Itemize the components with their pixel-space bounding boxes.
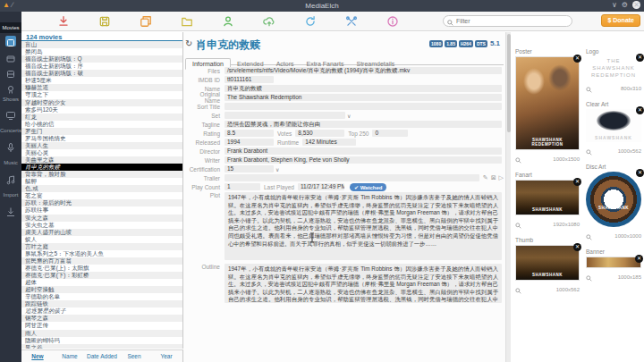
- name-input[interactable]: 肖申克的救赎: [225, 85, 502, 92]
- list-item[interactable]: 风之谷: [21, 344, 182, 349]
- list-item[interactable]: 索多玛120天: [21, 106, 182, 114]
- set-select[interactable]: [225, 112, 345, 119]
- play-trailer-icon[interactable]: ▷: [499, 174, 504, 181]
- imdb-input[interactable]: tt0111161: [225, 76, 274, 83]
- sort-tab-year[interactable]: Year: [150, 350, 182, 362]
- sidebar-item-shows[interactable]: Shows: [0, 97, 21, 102]
- filter-input[interactable]: [456, 18, 568, 24]
- tagline-input[interactable]: 恐惧会囚禁灵魂，而希望能让你自由: [225, 121, 502, 128]
- list-item[interactable]: 赛德克·巴莱(下)：彩虹桥: [21, 272, 182, 279]
- discart-image[interactable]: ✕SHAWSHANK: [586, 172, 641, 227]
- microphone-icon[interactable]: [5, 140, 16, 151]
- plot-textarea[interactable]: 1947年，小有成就的青年银行家安迪（蒂姆·罗宾斯 Tim Robbins 饰）…: [225, 192, 502, 260]
- list-item[interactable]: 赛德克·巴莱(上)：太阳旗: [21, 265, 182, 272]
- zoom-image-icon[interactable]: [586, 269, 592, 285]
- zoom-image-icon[interactable]: [515, 151, 521, 167]
- list-item[interactable]: 福音战士新剧场版：Q: [21, 55, 182, 63]
- tv-icon[interactable]: [5, 108, 16, 119]
- votes-input[interactable]: 8,530: [295, 130, 344, 137]
- list-item[interactable]: 隐匿的蝴特玛: [21, 337, 182, 344]
- remove-trailer-icon[interactable]: ⊠: [491, 174, 496, 181]
- list-item[interactable]: 穹顶之下: [21, 91, 182, 98]
- list-item[interactable]: 追逐繁星的孩子: [21, 307, 182, 315]
- thumb-image[interactable]: ✕SHAWSHANK: [515, 245, 580, 281]
- remove-image-icon[interactable]: ✕: [636, 106, 644, 114]
- refresh-icon[interactable]: [304, 15, 317, 28]
- list-item[interactable]: 穆赫兰道: [21, 84, 182, 91]
- list-item[interactable]: 罗马帝国艳情史: [21, 135, 182, 142]
- poster-image[interactable]: ✕SHAWSHANK REDEMPTION: [515, 56, 580, 150]
- clearart-image[interactable]: ✕SHAWSHANK: [586, 109, 641, 142]
- sidebar-item-music[interactable]: Music: [0, 160, 21, 165]
- remove-image-icon[interactable]: ✕: [635, 255, 643, 263]
- about-icon[interactable]: [386, 15, 399, 28]
- reload-icon[interactable]: [57, 15, 70, 28]
- sort-tab-date-added[interactable]: Date Added: [86, 350, 118, 362]
- logo-image[interactable]: ✕THE SHAWSHANK REDEMPTION: [586, 56, 641, 80]
- edit-trailer-icon[interactable]: ✎: [483, 174, 488, 181]
- remove-image-icon[interactable]: ✕: [573, 55, 581, 63]
- director-input[interactable]: Frank Darabont: [225, 147, 502, 155]
- rename-icon[interactable]: [222, 15, 234, 28]
- zoom-image-icon[interactable]: [586, 80, 592, 97]
- close-icon[interactable]: ✕: [632, 1, 640, 9]
- list-item[interactable]: 蚁人: [21, 236, 182, 243]
- donate-button[interactable]: $ Donate: [601, 14, 640, 27]
- movie-sets-icon[interactable]: [5, 52, 16, 63]
- zoom-image-icon[interactable]: [586, 143, 592, 159]
- list-item[interactable]: 禁闭岛: [21, 48, 182, 55]
- movies-icon[interactable]: [5, 36, 16, 46]
- sidebar-item-movies[interactable]: Movies: [0, 22, 21, 33]
- list-item[interactable]: 阿甘正传: [21, 322, 182, 329]
- list-item[interactable]: 福音战士新剧场版：序: [21, 63, 182, 70]
- sort-title-input[interactable]: [225, 103, 502, 110]
- sort-tab-seen[interactable]: Seen: [118, 350, 150, 362]
- list-item[interactable]: 美曲里之森: [21, 156, 182, 164]
- remove-image-icon[interactable]: ✕: [573, 243, 581, 251]
- settings-icon[interactable]: [345, 15, 358, 28]
- list-item[interactable]: 钢琴之森: [21, 315, 182, 322]
- banner-image[interactable]: ✕: [586, 257, 641, 268]
- zoom-image-icon[interactable]: [515, 216, 521, 232]
- outline-textarea[interactable]: 1947年，小有成就的青年银行家安迪（蒂姆·罗宾斯 Tim Robbins 饰）…: [225, 264, 502, 303]
- released-input[interactable]: 1994: [225, 139, 274, 146]
- remove-image-icon[interactable]: ✕: [573, 178, 581, 186]
- refresh-movie-icon[interactable]: ↻: [185, 38, 192, 48]
- rating-input[interactable]: 8.5: [225, 130, 274, 137]
- list-item[interactable]: 福音战士新剧场版：破: [21, 70, 182, 77]
- list-item[interactable]: 秒速5厘米: [21, 77, 182, 84]
- list-item[interactable]: 肖申克的救赎: [21, 164, 182, 171]
- import-icon[interactable]: [5, 205, 16, 215]
- genres-icon[interactable]: [5, 67, 16, 78]
- list-item[interactable]: 超时空接触: [21, 286, 182, 293]
- list-item[interactable]: 穿越时空的少女: [21, 99, 182, 106]
- remove-image-icon[interactable]: ✕: [636, 169, 644, 177]
- save-all-icon[interactable]: [140, 15, 152, 28]
- list-item[interactable]: 豚鼠系列之5：下水道的美人鱼: [21, 250, 182, 257]
- list-item[interactable]: 超体: [21, 279, 182, 286]
- remove-image-icon[interactable]: ✕: [636, 54, 644, 62]
- sidebar-item-concerts[interactable]: Concerts: [0, 128, 21, 133]
- list-item[interactable]: 虞美人盛开的山坡: [21, 229, 182, 236]
- list-item[interactable]: 萤火之森: [21, 215, 182, 222]
- trailer-input[interactable]: [225, 174, 479, 181]
- certification-select[interactable]: 15: [225, 165, 274, 173]
- writer-input[interactable]: Frank Darabont, Stephen King, Pete von S…: [225, 156, 502, 164]
- music-note-icon[interactable]: [5, 173, 16, 183]
- list-item[interactable]: 背靠背，脸对脸: [21, 171, 182, 178]
- sidebar-item-import[interactable]: Import: [0, 192, 21, 198]
- list-item[interactable]: 红龙: [21, 114, 182, 121]
- list-item[interactable]: 言叶之庭: [21, 243, 182, 250]
- cloud-upload-icon[interactable]: [263, 15, 275, 28]
- fanart-image[interactable]: ✕SHAWSHANK: [515, 180, 580, 215]
- top250-input[interactable]: 0: [372, 130, 408, 137]
- list-item[interactable]: 辛德勒的名单: [21, 293, 182, 300]
- zoom-image-icon[interactable]: [515, 282, 521, 298]
- list-item[interactable]: 艋舺: [21, 178, 182, 185]
- list-item[interactable]: 跟踪链铁: [21, 300, 182, 307]
- original-name-input[interactable]: The Shawshank Redemption: [225, 94, 502, 101]
- runtime-input[interactable]: 142 Minutes: [302, 139, 356, 146]
- list-item[interactable]: 苏联往事: [21, 206, 182, 214]
- sort-tab-name[interactable]: Name: [54, 350, 86, 362]
- list-item[interactable]: 苏联：最后的时光: [21, 199, 182, 206]
